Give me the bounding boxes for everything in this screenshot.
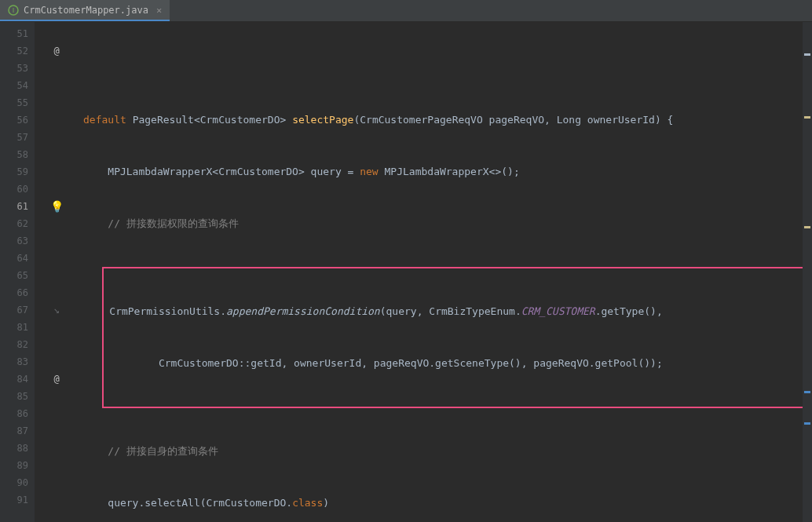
line-number: 61 xyxy=(6,198,28,215)
tab-bar: I CrmCustomerMapper.java ✕ xyxy=(0,0,812,22)
line-number: 59 xyxy=(6,163,28,181)
line-number: 53 xyxy=(6,60,28,77)
line-number: 52 xyxy=(6,42,28,60)
line-number: 87 xyxy=(6,422,28,440)
code-line: MPJLambdaWrapperX<CrmCustomerDO> query =… xyxy=(79,163,812,181)
tab-filename: CrmCustomerMapper.java xyxy=(24,5,148,16)
line-number: 65 xyxy=(6,267,28,284)
line-number: 88 xyxy=(6,440,28,457)
override-icon[interactable]: @ xyxy=(53,42,59,60)
line-number-gutter[interactable]: 51 52 53 54 55 56 57 58 59 60 61 62 63 6… xyxy=(0,22,35,522)
line-number: 89 xyxy=(6,457,28,474)
line-number: 64 xyxy=(6,250,28,267)
line-number: 83 xyxy=(6,353,28,371)
stripe-marker[interactable] xyxy=(804,391,810,393)
close-icon[interactable]: ✕ xyxy=(156,5,162,16)
code-line: CrmCustomerDO::getId, ownerUserId, pageR… xyxy=(80,355,810,372)
line-number: 51 xyxy=(6,25,28,42)
stripe-marker[interactable] xyxy=(804,53,810,56)
line-number: 55 xyxy=(6,94,28,111)
line-number: 90 xyxy=(6,474,28,491)
line-number: 84 xyxy=(6,371,28,388)
svg-text:I: I xyxy=(13,6,15,14)
line-number: 81 xyxy=(6,319,28,336)
code-line: CrmPermissionUtils.appendPermissionCondi… xyxy=(80,303,810,320)
code-line: query.selectAll(CrmCustomerDO.class) xyxy=(79,495,812,512)
line-number: 58 xyxy=(6,146,28,163)
intention-bulb-icon[interactable]: 💡 xyxy=(50,198,64,215)
line-number: 63 xyxy=(6,232,28,250)
line-number: 62 xyxy=(6,215,28,232)
override-icon[interactable]: @ xyxy=(53,371,59,388)
line-number: 85 xyxy=(6,388,28,405)
stripe-marker[interactable] xyxy=(804,116,810,119)
code-line: // 拼接数据权限的查询条件 xyxy=(79,215,812,232)
line-number: 91 xyxy=(6,491,28,509)
line-number: 56 xyxy=(6,111,28,129)
line-number: 60 xyxy=(6,181,28,198)
line-number: 54 xyxy=(6,77,28,94)
annotation-gutter: @ 💡 ↘ @ xyxy=(35,22,79,522)
stripe-marker[interactable] xyxy=(804,422,810,425)
line-number: 66 xyxy=(6,284,28,301)
code-line: default PageResult<CrmCustomerDO> select… xyxy=(79,111,812,129)
interface-icon: I xyxy=(8,5,19,16)
editor: 51 52 53 54 55 56 57 58 59 60 61 62 63 6… xyxy=(0,22,812,522)
line-number: 57 xyxy=(6,129,28,146)
line-number: 86 xyxy=(6,405,28,422)
code-line: // 拼接自身的查询条件 xyxy=(79,443,812,460)
file-tab[interactable]: I CrmCustomerMapper.java ✕ xyxy=(0,0,170,21)
code-area[interactable]: default PageResult<CrmCustomerDO> select… xyxy=(79,22,812,522)
stripe-marker[interactable] xyxy=(804,226,810,228)
line-number: 67 xyxy=(6,301,28,319)
highlighted-region: CrmPermissionUtils.appendPermissionCondi… xyxy=(102,267,812,408)
error-stripe[interactable] xyxy=(803,22,812,522)
fold-arrow-icon[interactable]: ↘ xyxy=(53,301,60,319)
line-number: 82 xyxy=(6,336,28,353)
